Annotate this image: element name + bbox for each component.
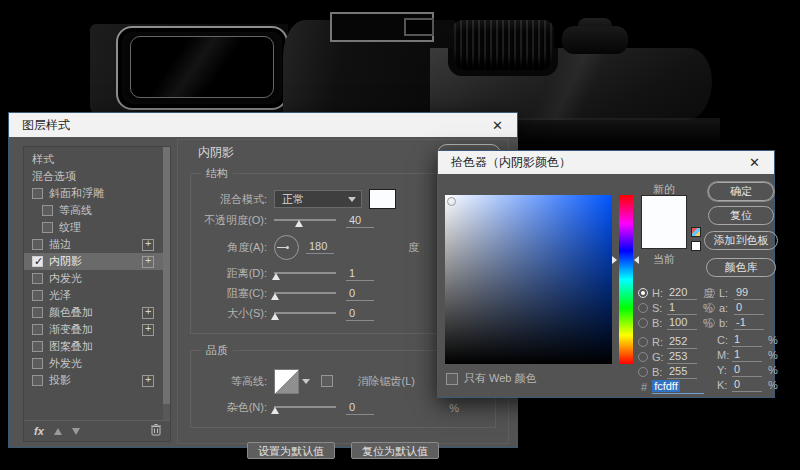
style-item-inner-shadow[interactable]: 内阴影 bbox=[24, 253, 170, 270]
lab-a-value[interactable]: 0 bbox=[734, 301, 764, 315]
radio[interactable] bbox=[705, 288, 715, 298]
hue-slider-arrow-right[interactable] bbox=[634, 256, 639, 264]
checkbox[interactable] bbox=[32, 375, 43, 386]
color-libraries-button[interactable]: 颜色库 bbox=[706, 258, 776, 277]
close-icon[interactable]: ✕ bbox=[488, 117, 507, 134]
make-default-button[interactable]: 设置为默认值 bbox=[247, 442, 335, 459]
opacity-slider[interactable] bbox=[274, 215, 336, 227]
radio[interactable] bbox=[638, 318, 648, 328]
style-item-outer-glow[interactable]: 外发光 bbox=[24, 355, 170, 372]
checkbox[interactable] bbox=[32, 188, 43, 199]
saturation-value[interactable]: 1 bbox=[667, 301, 697, 315]
web-gamut-warning-icon[interactable] bbox=[691, 227, 701, 237]
opacity-value[interactable]: 40 bbox=[346, 214, 374, 228]
checkbox[interactable] bbox=[32, 290, 43, 301]
style-item-inner-glow[interactable]: 内发光 bbox=[24, 270, 170, 287]
style-item-gradient-overlay[interactable]: 渐变叠加 bbox=[24, 321, 170, 338]
magenta-value[interactable]: 1 bbox=[732, 348, 762, 362]
contour-picker-button[interactable] bbox=[299, 369, 313, 394]
color-picker-titlebar[interactable]: 拾色器（内阴影颜色） ✕ bbox=[438, 151, 774, 174]
current-color-swatch[interactable] bbox=[642, 222, 686, 248]
slider-thumb[interactable] bbox=[271, 313, 279, 320]
scrollbar-thumb[interactable] bbox=[163, 147, 170, 404]
radio[interactable] bbox=[638, 337, 648, 347]
lab-b-value[interactable]: -1 bbox=[734, 316, 764, 330]
add-instance-icon[interactable] bbox=[142, 307, 154, 319]
green-value[interactable]: 253 bbox=[667, 350, 697, 364]
slider-thumb[interactable] bbox=[271, 293, 279, 300]
checkbox[interactable] bbox=[42, 222, 53, 233]
style-item-styles[interactable]: 样式 bbox=[24, 151, 170, 168]
checkbox[interactable] bbox=[32, 273, 43, 284]
move-effect-down-icon[interactable] bbox=[72, 428, 80, 435]
hue-slider-arrow-left[interactable] bbox=[612, 256, 617, 264]
radio-selected[interactable] bbox=[638, 288, 648, 298]
add-to-swatches-button[interactable]: 添加到色板 bbox=[704, 231, 778, 250]
size-value[interactable]: 0 bbox=[346, 307, 374, 321]
style-item-texture[interactable]: 纹理 bbox=[24, 219, 170, 236]
noise-value[interactable]: 0 bbox=[346, 401, 374, 415]
radio[interactable] bbox=[705, 303, 715, 313]
checkbox[interactable] bbox=[32, 358, 43, 369]
radio[interactable] bbox=[638, 367, 648, 377]
choke-value[interactable]: 0 bbox=[346, 287, 374, 301]
angle-dial[interactable] bbox=[274, 235, 299, 260]
blend-mode-select[interactable]: 正常 bbox=[274, 190, 362, 208]
style-item-bevel-emboss[interactable]: 斜面和浮雕 bbox=[24, 185, 170, 202]
move-effect-up-icon[interactable] bbox=[54, 428, 62, 435]
slider-thumb[interactable] bbox=[272, 273, 280, 280]
web-safe-color-swatch[interactable] bbox=[691, 241, 701, 251]
black-value[interactable]: 0 bbox=[732, 378, 762, 392]
close-icon[interactable]: ✕ bbox=[745, 154, 764, 171]
style-item-stroke[interactable]: 描边 bbox=[24, 236, 170, 253]
color-field-cursor[interactable] bbox=[447, 197, 456, 206]
checkbox[interactable] bbox=[32, 341, 43, 352]
style-item-drop-shadow[interactable]: 投影 bbox=[24, 372, 170, 389]
hue-slider[interactable] bbox=[619, 195, 633, 364]
style-item-blending-options[interactable]: 混合选项 bbox=[24, 168, 170, 185]
only-web-colors-checkbox[interactable] bbox=[446, 373, 458, 385]
distance-slider[interactable] bbox=[274, 268, 336, 280]
delete-effect-icon[interactable] bbox=[150, 422, 162, 440]
choke-slider[interactable] bbox=[274, 288, 336, 300]
ok-button[interactable]: 确定 bbox=[708, 182, 774, 201]
add-instance-icon[interactable] bbox=[142, 324, 154, 336]
reset-default-button[interactable]: 复位为默认值 bbox=[351, 442, 439, 459]
style-item-contour[interactable]: 等高线 bbox=[24, 202, 170, 219]
radio[interactable] bbox=[705, 318, 715, 328]
shadow-color-swatch[interactable] bbox=[369, 189, 396, 209]
add-instance-icon[interactable] bbox=[142, 256, 154, 268]
reset-button[interactable]: 复位 bbox=[708, 206, 774, 225]
styles-list-scrollbar[interactable] bbox=[163, 147, 170, 420]
slider-thumb[interactable] bbox=[295, 220, 303, 227]
photoshop-canvas-area[interactable]: 图层样式 ✕ 样式 混合选项 斜面和浮雕 等高线 纹理 描边 内阴影 内发光 光… bbox=[0, 0, 800, 470]
layer-style-titlebar[interactable]: 图层样式 ✕ bbox=[9, 113, 517, 137]
distance-value[interactable]: 1 bbox=[346, 267, 374, 281]
hex-input[interactable]: fcfdff bbox=[652, 380, 704, 394]
checkbox[interactable] bbox=[42, 205, 53, 216]
saturation-brightness-field[interactable] bbox=[445, 195, 612, 364]
cyan-value[interactable]: 1 bbox=[732, 333, 762, 347]
angle-value[interactable]: 180 bbox=[306, 240, 334, 254]
hue-value[interactable]: 220 bbox=[667, 286, 697, 300]
radio[interactable] bbox=[638, 352, 648, 362]
yellow-value[interactable]: 0 bbox=[732, 363, 762, 377]
lab-l-value[interactable]: 99 bbox=[734, 286, 764, 300]
checkbox[interactable] bbox=[32, 239, 43, 250]
size-slider[interactable] bbox=[274, 308, 336, 320]
radio[interactable] bbox=[638, 303, 648, 313]
slider-thumb[interactable] bbox=[271, 407, 279, 414]
style-item-color-overlay[interactable]: 颜色叠加 bbox=[24, 304, 170, 321]
fx-icon[interactable]: fx bbox=[34, 425, 44, 437]
add-instance-icon[interactable] bbox=[142, 375, 154, 387]
blue-value[interactable]: 255 bbox=[667, 365, 697, 379]
style-item-pattern-overlay[interactable]: 图案叠加 bbox=[24, 338, 170, 355]
checkbox-checked[interactable] bbox=[32, 256, 43, 267]
checkbox[interactable] bbox=[32, 307, 43, 318]
noise-slider[interactable] bbox=[274, 402, 336, 414]
contour-thumbnail[interactable] bbox=[274, 369, 299, 394]
checkbox[interactable] bbox=[32, 324, 43, 335]
style-item-satin[interactable]: 光泽 bbox=[24, 287, 170, 304]
red-value[interactable]: 252 bbox=[667, 335, 697, 349]
brightness-value[interactable]: 100 bbox=[667, 316, 697, 330]
